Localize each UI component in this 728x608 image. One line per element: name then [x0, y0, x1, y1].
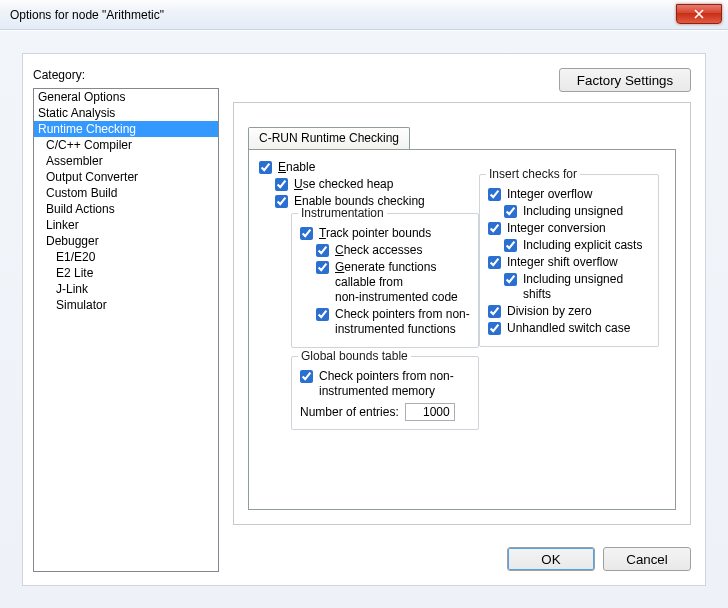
category-item[interactable]: E1/E20	[34, 249, 218, 265]
category-item[interactable]: General Options	[34, 89, 218, 105]
global-bounds-group: Global bounds table Check pointers from …	[291, 356, 479, 430]
insert-checks-title: Insert checks for	[486, 167, 580, 181]
use-heap-checkbox[interactable]	[275, 178, 288, 191]
integer-overflow-checkbox[interactable]	[488, 188, 501, 201]
category-item[interactable]: Simulator	[34, 297, 218, 313]
enable-checkbox[interactable]	[259, 161, 272, 174]
division-zero-checkbox[interactable]	[488, 305, 501, 318]
num-entries-label: Number of entries:	[300, 405, 399, 419]
check-pointers-memory-label: Check pointers from non-instrumented mem…	[319, 369, 454, 399]
category-item[interactable]: Debugger	[34, 233, 218, 249]
ok-button[interactable]: OK	[507, 547, 595, 571]
integer-conversion-checkbox[interactable]	[488, 222, 501, 235]
use-heap-label: Use checked heap	[294, 177, 393, 192]
switch-case-label: Unhandled switch case	[507, 321, 630, 336]
close-icon	[694, 9, 704, 19]
category-item[interactable]: Assembler	[34, 153, 218, 169]
instrumentation-title: Instrumentation	[298, 206, 387, 220]
category-item[interactable]: Static Analysis	[34, 105, 218, 121]
enable-label: Enable	[278, 160, 315, 175]
category-label: Category:	[33, 68, 85, 82]
category-item[interactable]: E2 Lite	[34, 265, 218, 281]
generate-functions-label: Generate functionscallable fromnon-instr…	[335, 260, 458, 305]
check-accesses-label: Check accesses	[335, 243, 422, 258]
including-casts-label: Including explicit casts	[523, 238, 642, 253]
dialog-panel: Category: General OptionsStatic Analysis…	[22, 53, 706, 586]
shift-overflow-label: Integer shift overflow	[507, 255, 618, 270]
category-item[interactable]: Linker	[34, 217, 218, 233]
switch-case-checkbox[interactable]	[488, 322, 501, 335]
enable-bounds-checkbox[interactable]	[275, 195, 288, 208]
category-item[interactable]: Build Actions	[34, 201, 218, 217]
check-accesses-checkbox[interactable]	[316, 244, 329, 257]
category-item[interactable]: Custom Build	[34, 185, 218, 201]
category-list[interactable]: General OptionsStatic AnalysisRuntime Ch…	[33, 88, 219, 572]
integer-conversion-label: Integer conversion	[507, 221, 606, 236]
close-button[interactable]	[676, 4, 722, 24]
factory-settings-button[interactable]: Factory Settings	[559, 68, 691, 92]
insert-checks-group: Insert checks for Integer overflow Inclu…	[479, 174, 659, 347]
category-item[interactable]: Output Converter	[34, 169, 218, 185]
cancel-button[interactable]: Cancel	[603, 547, 691, 571]
settings-area: C-RUN Runtime Checking Enable Use checke…	[233, 102, 691, 525]
instrumentation-group: Instrumentation Track pointer bounds Che…	[291, 213, 479, 348]
tab-crun[interactable]: C-RUN Runtime Checking	[248, 127, 410, 149]
num-entries-input[interactable]	[405, 403, 455, 421]
global-bounds-title: Global bounds table	[298, 349, 411, 363]
category-item[interactable]: Runtime Checking	[34, 121, 218, 137]
shift-overflow-checkbox[interactable]	[488, 256, 501, 269]
including-unsigned-shifts-checkbox[interactable]	[504, 273, 517, 286]
division-zero-label: Division by zero	[507, 304, 592, 319]
tab-body: Enable Use checked heap Enable bounds ch…	[248, 149, 676, 510]
track-bounds-label: Track pointer bounds	[319, 226, 431, 241]
check-pointers-functions-checkbox[interactable]	[316, 308, 329, 321]
including-unsigned-shifts-label: Including unsigned shifts	[523, 272, 650, 302]
integer-overflow-label: Integer overflow	[507, 187, 592, 202]
window-frame: Category: General OptionsStatic Analysis…	[0, 30, 728, 608]
check-pointers-functions-label: Check pointers from non-instrumented fun…	[335, 307, 470, 337]
category-item[interactable]: J-Link	[34, 281, 218, 297]
track-bounds-checkbox[interactable]	[300, 227, 313, 240]
window-title: Options for node "Arithmetic"	[10, 8, 164, 22]
category-item[interactable]: C/C++ Compiler	[34, 137, 218, 153]
including-casts-checkbox[interactable]	[504, 239, 517, 252]
check-pointers-memory-checkbox[interactable]	[300, 370, 313, 383]
generate-functions-checkbox[interactable]	[316, 261, 329, 274]
title-bar: Options for node "Arithmetic"	[0, 0, 728, 30]
including-unsigned-checkbox[interactable]	[504, 205, 517, 218]
including-unsigned-label: Including unsigned	[523, 204, 623, 219]
